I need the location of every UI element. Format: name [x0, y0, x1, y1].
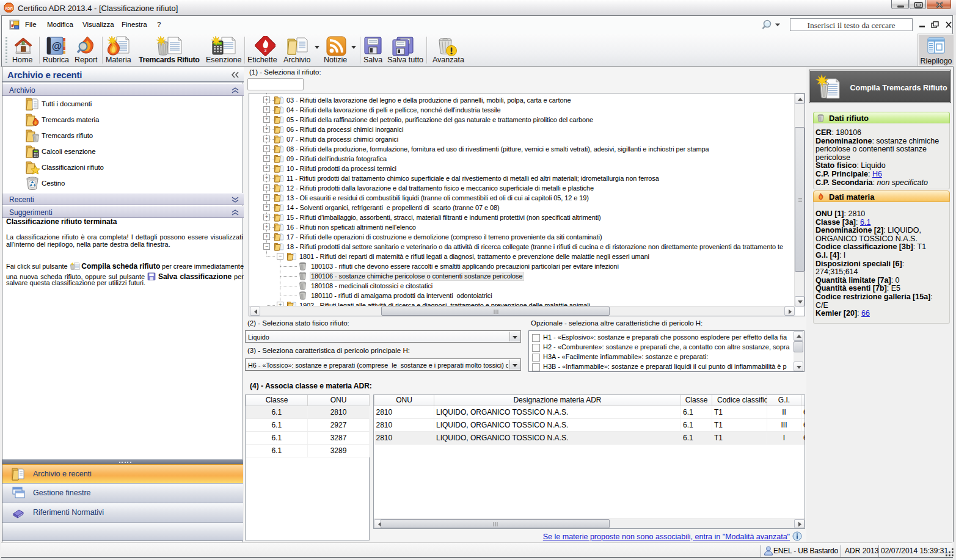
svg-text:ADR: ADR [5, 7, 13, 10]
svg-text:@: @ [52, 40, 62, 52]
svg-text:3: 3 [265, 48, 267, 53]
